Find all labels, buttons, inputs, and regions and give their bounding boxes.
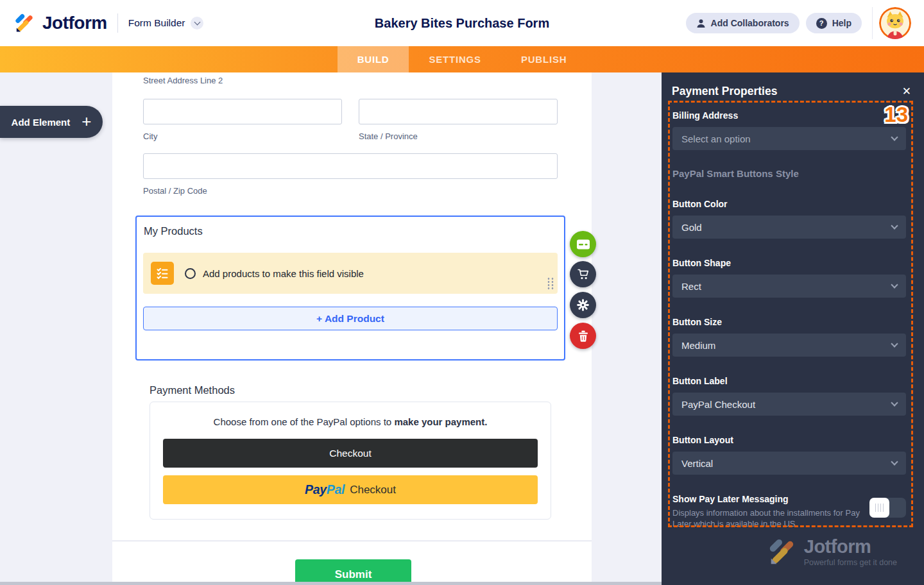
button-color-value: Gold [681, 222, 702, 233]
header-divider-right [872, 7, 873, 39]
jotform-logo[interactable]: Jotform [0, 13, 107, 34]
products-visibility-radio[interactable] [185, 268, 196, 279]
product-switcher[interactable]: Form Builder [128, 17, 204, 30]
state-province-sublabel: State / Province [359, 131, 558, 141]
paypal-checkout-label: Checkout [350, 484, 396, 496]
city-input[interactable] [143, 99, 342, 124]
jotform-watermark-icon [767, 538, 796, 567]
postal-zip-input[interactable] [143, 153, 558, 179]
shopping-cart-icon [577, 268, 590, 281]
delete-field-fab[interactable] [570, 323, 596, 349]
help-label: Help [832, 18, 851, 28]
paypal-style-section-header: PayPal Smart Buttons Style [672, 167, 906, 180]
brand-wordmark: Jotform [42, 13, 107, 33]
form-page-card: Street Address Line 2 City State / Provi… [112, 72, 592, 540]
postal-zip-sublabel: Postal / Zip Code [143, 186, 558, 196]
button-size-group: Button Size Medium [672, 316, 906, 357]
checkout-button[interactable]: Checkout [163, 439, 538, 468]
button-color-select[interactable]: Gold [672, 216, 906, 239]
cart-settings-fab[interactable] [570, 261, 596, 287]
avatar-cat-illustration [879, 7, 911, 39]
button-color-label: Button Color [672, 198, 906, 210]
button-shape-value: Rect [681, 281, 701, 292]
products-field-title: My Products [144, 225, 564, 237]
pay-later-row: Show Pay Later Messaging Displays inform… [672, 493, 906, 529]
paypal-logo-pay: Pay [305, 482, 327, 497]
help-button[interactable]: ? Help [806, 13, 862, 33]
pay-later-description: Displays information about the installme… [672, 508, 866, 529]
avatar[interactable] [879, 7, 911, 39]
panel-body: Billing Address Select an option PayPal … [672, 110, 906, 529]
pay-later-label: Show Pay Later Messaging [672, 493, 866, 505]
add-element-button[interactable]: Add Element + [0, 106, 103, 138]
submit-button[interactable]: Submit [295, 559, 411, 585]
paypal-checkout-button[interactable]: PayPal Checkout [163, 475, 538, 504]
chevron-down-icon [891, 222, 898, 229]
payment-methods-title: Payment Methods [150, 384, 558, 396]
chevron-down-icon [891, 458, 898, 465]
pay-later-toggle[interactable] [869, 498, 906, 518]
jotform-watermark: Jotform Powerful forms get it done [767, 538, 897, 567]
help-icon: ? [816, 18, 827, 29]
jotform-logo-icon [13, 13, 35, 34]
billing-address-placeholder: Select an option [681, 133, 751, 144]
tab-settings[interactable]: SETTINGS [409, 46, 501, 72]
button-label-select[interactable]: PayPal Checkout [672, 393, 906, 416]
button-size-value: Medium [681, 340, 715, 351]
watermark-tagline: Powerful forms get it done [804, 558, 897, 567]
button-shape-select[interactable]: Rect [672, 275, 906, 298]
button-label-value: PayPal Checkout [681, 399, 755, 410]
button-size-select[interactable]: Medium [672, 334, 906, 357]
add-collaborators-button[interactable]: Add Collaborators [686, 13, 800, 33]
button-layout-group: Button Layout Vertical [672, 434, 906, 475]
button-layout-value: Vertical [681, 458, 713, 469]
add-product-button[interactable]: + Add Product [143, 307, 558, 330]
billing-address-select[interactable]: Select an option [672, 127, 906, 150]
button-shape-group: Button Shape Rect [672, 257, 906, 298]
field-properties-fab[interactable] [570, 292, 596, 318]
builder-navbar: BUILD SETTINGS PUBLISH [0, 46, 924, 72]
panel-title: Payment Properties [672, 85, 777, 98]
watermark-brand: Jotform [804, 538, 897, 556]
submit-section-card: Submit [112, 541, 592, 585]
close-icon[interactable]: ✕ [901, 85, 912, 98]
button-size-label: Button Size [672, 316, 906, 328]
city-sublabel: City [143, 131, 342, 141]
products-empty-notice: Add products to make this field visible [143, 253, 558, 294]
plus-icon: + [81, 113, 91, 130]
add-element-label: Add Element [12, 117, 71, 128]
chevron-down-icon [891, 399, 898, 406]
chevron-down-icon [191, 17, 203, 30]
tab-build[interactable]: BUILD [338, 46, 409, 72]
button-label-label: Button Label [672, 375, 906, 387]
button-layout-select[interactable]: Vertical [672, 452, 906, 475]
gear-icon [576, 298, 590, 312]
toggle-knob [869, 498, 889, 518]
person-icon [696, 19, 706, 28]
paypal-logo-pal: Pal [327, 482, 345, 497]
payment-instruction-bold: make your payment. [394, 416, 487, 427]
trash-icon [578, 330, 588, 342]
payment-instruction: Choose from one of the PayPal options to… [163, 416, 538, 427]
form-title[interactable]: Bakery Bites Purchase Form [375, 16, 549, 31]
form-canvas: Add Element + Street Address Line 2 City… [0, 72, 662, 585]
horizontal-scrollbar[interactable] [0, 582, 662, 585]
tab-publish[interactable]: PUBLISH [501, 46, 586, 72]
panel-header: Payment Properties ✕ [662, 72, 924, 98]
header-actions: Add Collaborators ? Help [680, 7, 924, 39]
chevron-down-icon [891, 281, 898, 288]
app-header: Jotform Form Builder Bakery Bites Purcha… [0, 0, 924, 46]
state-province-input[interactable] [359, 99, 558, 124]
button-shape-label: Button Shape [672, 257, 906, 269]
chevron-down-icon [891, 133, 898, 140]
button-label-group: Button Label PayPal Checkout [672, 375, 906, 416]
drag-handle-icon[interactable] [547, 277, 554, 290]
button-layout-label: Button Layout [672, 434, 906, 446]
city-state-row: City State / Province [143, 99, 558, 141]
products-field-selected[interactable]: My Products Add products to make this fi… [135, 216, 565, 360]
header-divider [117, 13, 118, 33]
payment-instruction-text: Choose from one of the PayPal options to [214, 416, 395, 427]
add-collaborators-label: Add Collaborators [711, 18, 789, 28]
credit-card-icon [577, 239, 590, 250]
payment-settings-fab[interactable] [570, 231, 596, 257]
